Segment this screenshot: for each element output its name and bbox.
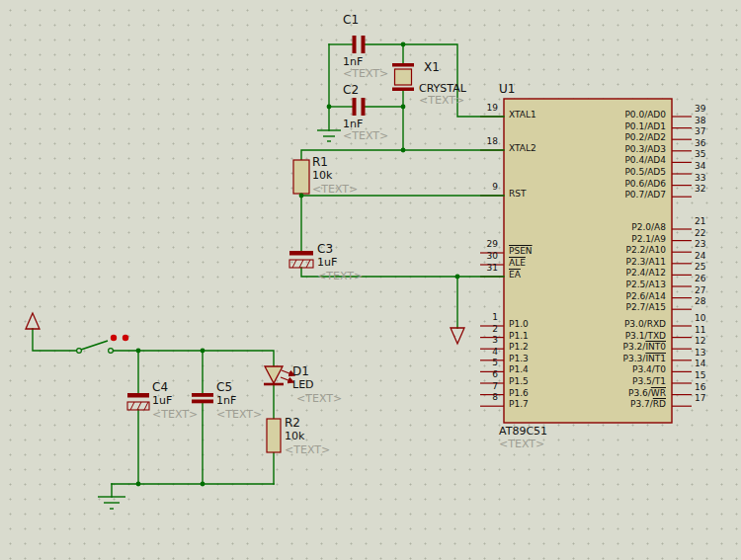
switch-actuator-dot[interactable] bbox=[111, 335, 117, 341]
pin-number: 5 bbox=[472, 359, 498, 368]
x1-value-label[interactable]: CRYSTAL bbox=[419, 83, 466, 95]
pin-name: ALE bbox=[509, 259, 526, 269]
pin-number: 32 bbox=[695, 185, 714, 195]
pin-name: P3.6/WR bbox=[547, 389, 666, 399]
pin-number: 1 bbox=[472, 313, 498, 323]
r1-text-placeholder[interactable]: <TEXT> bbox=[312, 184, 358, 196]
pin-name: PSEN bbox=[509, 247, 533, 257]
c3-ref-label[interactable]: C3 bbox=[317, 243, 333, 256]
pin-number: 22 bbox=[695, 229, 714, 239]
junction-dot bbox=[455, 275, 460, 280]
pin-number: 33 bbox=[695, 174, 714, 184]
pin-name: P3.7/RD bbox=[547, 400, 666, 410]
pin-name: RST bbox=[509, 190, 526, 200]
ground-terminal-down-arrow[interactable] bbox=[451, 328, 464, 344]
pin-name: P0.4/AD4 bbox=[547, 156, 666, 166]
junction-dot bbox=[401, 42, 406, 47]
junction-dot bbox=[401, 148, 406, 153]
pin-number: 13 bbox=[695, 349, 714, 359]
u1-part-label[interactable]: AT89C51 bbox=[499, 426, 547, 438]
c2-value-label[interactable]: 1nF bbox=[343, 119, 363, 130]
r1-ref-label[interactable]: R1 bbox=[312, 156, 328, 169]
pin-number: 28 bbox=[695, 297, 714, 307]
switch-actuator-dot[interactable] bbox=[123, 335, 128, 341]
resistor-r1[interactable] bbox=[293, 160, 309, 194]
pin-number: 27 bbox=[695, 286, 714, 296]
pin-name: P2.3/A11 bbox=[547, 258, 666, 268]
pin-number: 21 bbox=[695, 217, 714, 227]
capacitor-c1[interactable] bbox=[353, 36, 366, 53]
c3-value-label[interactable]: 1uF bbox=[317, 257, 337, 269]
u1-ref-label[interactable]: U1 bbox=[499, 83, 515, 96]
pin-name: P2.0/A8 bbox=[547, 223, 666, 233]
capacitor-c3[interactable] bbox=[289, 251, 313, 268]
switch-contact bbox=[109, 349, 114, 354]
c2-ref-label[interactable]: C2 bbox=[343, 84, 359, 97]
resistor-r2[interactable] bbox=[267, 419, 281, 452]
pin-name: P2.6/A14 bbox=[547, 292, 666, 302]
pin-number: 15 bbox=[695, 371, 714, 381]
capacitor-c2[interactable] bbox=[353, 98, 366, 116]
pin-number: 3 bbox=[472, 336, 498, 346]
u1-text-placeholder[interactable]: <TEXT> bbox=[499, 439, 544, 450]
pin-number: 6 bbox=[472, 370, 498, 380]
switch-contact bbox=[77, 349, 82, 354]
pin-number: 35 bbox=[695, 150, 714, 160]
c5-ref-label[interactable]: C5 bbox=[216, 381, 232, 394]
pin-name: EA bbox=[509, 271, 521, 280]
power-terminal-up-arrow[interactable] bbox=[26, 313, 40, 329]
c4-text-placeholder[interactable]: <TEXT> bbox=[152, 409, 198, 421]
c4-value-label[interactable]: 1uF bbox=[152, 395, 172, 407]
c2-text-placeholder[interactable]: <TEXT> bbox=[343, 130, 388, 142]
x1-text-placeholder[interactable]: <TEXT> bbox=[419, 95, 464, 107]
ground-symbol-bottom[interactable] bbox=[98, 497, 125, 509]
pin-name: XTAL2 bbox=[509, 144, 536, 154]
pin-name: P0.5/AD5 bbox=[547, 168, 666, 178]
pin-number: 16 bbox=[695, 383, 714, 393]
pin-number: 7 bbox=[472, 382, 498, 392]
wire bbox=[33, 329, 76, 351]
pin-name: P3.4/T0 bbox=[547, 365, 666, 375]
pin-number: 31 bbox=[472, 264, 498, 274]
pin-name: P1.3 bbox=[509, 355, 529, 364]
pin-name: P3.5/T1 bbox=[547, 377, 666, 387]
c3-text-placeholder[interactable]: <TEXT> bbox=[317, 271, 363, 282]
pin-number: 26 bbox=[695, 275, 714, 284]
pin-number: 14 bbox=[695, 360, 714, 369]
junction-dot bbox=[136, 482, 141, 487]
r2-text-placeholder[interactable]: <TEXT> bbox=[285, 444, 330, 456]
capacitor-c5[interactable] bbox=[192, 393, 213, 403]
pin-number: 30 bbox=[472, 252, 498, 262]
capacitor-c4[interactable] bbox=[127, 393, 149, 410]
pin-name: P0.1/AD1 bbox=[547, 122, 666, 132]
pin-name: P1.1 bbox=[509, 332, 529, 342]
pin-number: 37 bbox=[695, 127, 714, 137]
led-d1[interactable] bbox=[264, 366, 294, 384]
pin-number: 19 bbox=[472, 104, 498, 114]
c1-ref-label[interactable]: C1 bbox=[343, 14, 359, 27]
junction-dot bbox=[327, 105, 332, 110]
ground-symbol-oscillator[interactable] bbox=[317, 130, 341, 141]
c5-value-label[interactable]: 1nF bbox=[216, 395, 236, 407]
pin-number: 18 bbox=[472, 137, 498, 147]
c4-ref-label[interactable]: C4 bbox=[152, 381, 168, 394]
r2-value-label[interactable]: 10k bbox=[285, 431, 304, 442]
r2-ref-label[interactable]: R2 bbox=[285, 417, 300, 430]
x1-ref-label[interactable]: X1 bbox=[424, 61, 440, 74]
pin-name: P0.2/AD2 bbox=[547, 133, 666, 143]
pin-name: XTAL1 bbox=[509, 111, 536, 120]
pin-name: P1.2 bbox=[509, 343, 529, 353]
d1-value-label[interactable]: LED bbox=[292, 379, 314, 391]
d1-text-placeholder[interactable]: <TEXT> bbox=[296, 393, 342, 405]
junction-dot bbox=[299, 194, 304, 199]
c1-value-label[interactable]: 1nF bbox=[343, 56, 363, 68]
pin-number: 34 bbox=[695, 162, 714, 172]
c5-text-placeholder[interactable]: <TEXT> bbox=[216, 409, 262, 421]
r1-value-label[interactable]: 10k bbox=[312, 170, 332, 182]
pin-number: 38 bbox=[695, 117, 714, 126]
pin-name: P2.2/A10 bbox=[547, 246, 666, 256]
pin-name: P2.4/A12 bbox=[547, 269, 666, 279]
c1-text-placeholder[interactable]: <TEXT> bbox=[343, 68, 388, 80]
d1-ref-label[interactable]: D1 bbox=[292, 365, 309, 378]
crystal-x1[interactable] bbox=[392, 63, 414, 91]
